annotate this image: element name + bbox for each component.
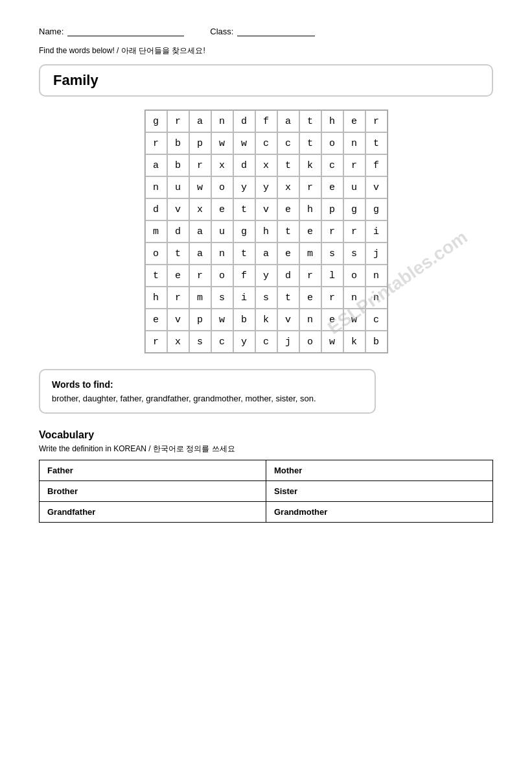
grid-cell: b	[233, 309, 255, 331]
grid-cell: w	[343, 309, 365, 331]
grid-cell: d	[145, 198, 167, 220]
grid-cell: u	[343, 176, 365, 198]
grid-cell: b	[167, 132, 189, 154]
grid-cell: a	[189, 220, 211, 243]
grid-cell: c	[321, 154, 343, 176]
grid-cell: t	[233, 198, 255, 220]
grid-cell: s	[189, 331, 211, 353]
grid-cell: h	[321, 110, 343, 132]
grid-cell: c	[255, 132, 277, 154]
instructions-text: Find the words below! / 아래 단어들을 찾으세요!	[39, 45, 493, 56]
table-row: GrandfatherGrandmother	[40, 502, 493, 523]
grid-cell: x	[277, 176, 299, 198]
grid-cell: u	[167, 176, 189, 198]
grid-cell: r	[321, 220, 343, 243]
grid-cell: h	[145, 287, 167, 309]
grid-cell: n	[343, 287, 365, 309]
grid-cell: s	[255, 287, 277, 309]
grid-cell: g	[145, 110, 167, 132]
grid-cell: j	[365, 243, 387, 265]
grid-cell: p	[321, 198, 343, 220]
grid-cell: e	[321, 309, 343, 331]
grid-cell: t	[299, 110, 321, 132]
grid-cell: w	[233, 132, 255, 154]
grid-cell: e	[277, 243, 299, 265]
grid-cell: b	[365, 331, 387, 353]
grid-cell: x	[211, 154, 233, 176]
grid-cell: w	[211, 309, 233, 331]
grid-cell: b	[167, 154, 189, 176]
grid-cell: x	[189, 198, 211, 220]
grid-cell: t	[167, 243, 189, 265]
grid-cell: h	[255, 220, 277, 243]
vocabulary-section: Vocabulary Write the definition in KOREA…	[39, 429, 493, 523]
grid-cell: x	[167, 331, 189, 353]
grid-cell: g	[343, 198, 365, 220]
grid-cell: t	[145, 265, 167, 287]
grid-cell: d	[233, 154, 255, 176]
vocab-cell-left: Grandfather	[40, 502, 266, 523]
grid-cell: e	[211, 198, 233, 220]
grid-cell: n	[365, 287, 387, 309]
grid-cell: v	[167, 198, 189, 220]
grid-cell: e	[299, 287, 321, 309]
words-title: Words to find:	[52, 379, 363, 390]
grid-cell: e	[299, 220, 321, 243]
grid-cell: s	[321, 243, 343, 265]
grid-cell: v	[277, 309, 299, 331]
grid-cell: t	[277, 220, 299, 243]
grid-cell: k	[299, 154, 321, 176]
grid-cell: e	[167, 265, 189, 287]
grid-cell: w	[211, 132, 233, 154]
grid-cell: g	[365, 198, 387, 220]
words-box: Words to find: brother, daughter, father…	[39, 369, 376, 414]
table-row: BrotherSister	[40, 481, 493, 502]
grid-cell: r	[299, 176, 321, 198]
class-label: Class:	[210, 27, 233, 36]
grid-cell: d	[167, 220, 189, 243]
grid-cell: n	[299, 309, 321, 331]
grid-cell: h	[299, 198, 321, 220]
grid-cell: o	[299, 331, 321, 353]
grid-cell: a	[255, 243, 277, 265]
grid-cell: u	[211, 220, 233, 243]
grid-cell: n	[211, 243, 233, 265]
grid-cell: e	[145, 309, 167, 331]
grid-cell: v	[255, 198, 277, 220]
grid-cell: g	[233, 220, 255, 243]
grid-cell: r	[167, 110, 189, 132]
title-box: Family	[39, 64, 493, 97]
class-field: Class:	[210, 26, 315, 36]
grid-cell: y	[233, 176, 255, 198]
name-underline	[67, 26, 184, 36]
grid-cell: f	[365, 154, 387, 176]
grid-cell: d	[233, 110, 255, 132]
vocab-cell-left: Father	[40, 460, 266, 481]
grid-cell: n	[365, 265, 387, 287]
grid-cell: r	[145, 331, 167, 353]
grid-cell: d	[277, 265, 299, 287]
grid-cell: t	[233, 243, 255, 265]
grid-cell: x	[255, 154, 277, 176]
table-row: FatherMother	[40, 460, 493, 481]
wordsearch-container: grandfatherrbpwwcctontabrxdxtkcrfnuwoyyx…	[39, 110, 493, 353]
words-list: brother, daughter, father, grandfather, …	[52, 394, 363, 403]
grid-cell: e	[277, 198, 299, 220]
grid-cell: v	[365, 176, 387, 198]
grid-cell: c	[211, 331, 233, 353]
grid-cell: k	[255, 309, 277, 331]
vocab-cell-left: Brother	[40, 481, 266, 502]
grid-cell: l	[321, 265, 343, 287]
name-field: Name:	[39, 26, 184, 36]
grid-cell: f	[233, 265, 255, 287]
grid-cell: n	[343, 132, 365, 154]
grid-cell: e	[343, 110, 365, 132]
grid-cell: e	[321, 176, 343, 198]
vocab-cell-right: Mother	[266, 460, 493, 481]
class-underline	[237, 26, 315, 36]
grid-cell: o	[321, 132, 343, 154]
grid-cell: o	[211, 265, 233, 287]
grid-cell: o	[343, 265, 365, 287]
grid-cell: p	[189, 309, 211, 331]
wordsearch-grid: grandfatherrbpwwcctontabrxdxtkcrfnuwoyyx…	[145, 110, 388, 353]
